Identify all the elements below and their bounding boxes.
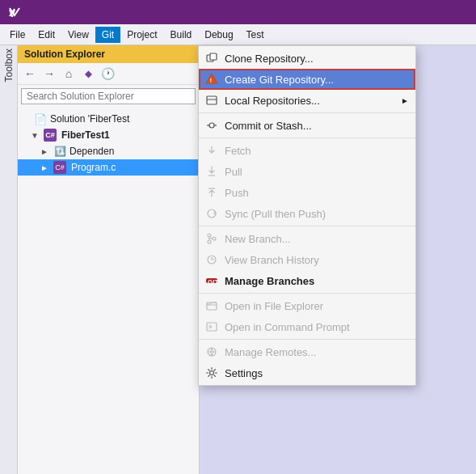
cmd-prompt-label: Open in Command Prompt — [225, 321, 350, 333]
git-create-repo-item[interactable]: ! Create Git Repository... — [199, 69, 415, 90]
manage-branches-icon: GIT — [204, 273, 220, 289]
manage-remotes-label: Manage Remotes... — [225, 346, 316, 358]
git-menu-section-4: New Branch... View Branch History GIT — [199, 226, 415, 293]
new-branch-label: New Branch... — [225, 233, 291, 245]
push-label: Push — [225, 187, 249, 199]
git-pull-item: Pull — [199, 161, 415, 182]
expand-arrow-prog: ► — [40, 163, 53, 172]
svg-text:V: V — [9, 8, 15, 19]
menu-test[interactable]: Test — [240, 27, 271, 43]
vs-logo-icon: V — [6, 4, 23, 20]
cs-file-icon: C# — [53, 161, 66, 174]
tree-item-project[interactable]: ▼ C# FiberTest1 — [18, 127, 199, 143]
branch-icon — [204, 231, 220, 247]
sol-fwd-btn[interactable]: → — [40, 65, 58, 83]
svg-point-14 — [208, 240, 211, 243]
git-local-repos-item[interactable]: Local Repositories... ► — [199, 90, 415, 111]
git-manage-branches-item[interactable]: GIT Manage Branches — [199, 270, 415, 291]
dependencies-label: Dependen — [70, 146, 114, 157]
sol-vs-btn[interactable]: ◆ — [79, 65, 97, 83]
svg-point-15 — [213, 237, 216, 240]
svg-point-13 — [208, 234, 211, 237]
dependencies-icon: 🔃 — [53, 145, 66, 158]
svg-rect-6 — [207, 96, 217, 104]
sol-back-btn[interactable]: ← — [21, 65, 39, 83]
pull-label: Pull — [225, 166, 242, 178]
program-label: Program.c — [71, 162, 116, 173]
solution-tree: 📄 Solution 'FiberTest ▼ C# FiberTest1 ► … — [18, 108, 199, 474]
git-fetch-item: Fetch — [199, 140, 415, 161]
svg-point-8 — [209, 123, 214, 128]
history-icon — [204, 252, 220, 268]
commit-label: Commit or Stash... — [225, 120, 312, 132]
sol-history-btn[interactable]: 🕐 — [99, 65, 116, 83]
tree-item-program[interactable]: ► C# Program.c — [18, 159, 199, 176]
git-clone-item[interactable]: Clone Repository... — [199, 48, 415, 69]
solution-label: Solution 'FiberTest — [50, 113, 129, 125]
solution-search-input[interactable] — [21, 88, 196, 104]
menu-bar: File Edit View Git Project Build Debug T… — [0, 24, 476, 45]
git-file-explorer-item: Open in File Explorer — [199, 295, 415, 316]
menu-project[interactable]: Project — [120, 27, 163, 43]
git-new-branch-item: New Branch... — [199, 228, 415, 249]
tree-item-solution[interactable]: 📄 Solution 'FiberTest — [18, 111, 199, 127]
svg-rect-3 — [210, 53, 217, 60]
sol-home-btn[interactable]: ⌂ — [60, 65, 78, 83]
git-sync-item: Sync (Pull then Push) — [199, 203, 415, 224]
clone-label: Clone Repository... — [225, 53, 314, 65]
toolbox-sidebar[interactable]: Toolbox — [0, 45, 18, 474]
tree-item-dependencies[interactable]: ► 🔃 Dependen — [18, 143, 199, 159]
branch-history-label: View Branch History — [225, 254, 319, 266]
solution-explorer-header: Solution Explorer — [18, 45, 199, 63]
menu-view[interactable]: View — [61, 27, 95, 43]
clone-icon — [204, 50, 220, 66]
pull-icon — [204, 163, 220, 180]
expand-arrow-project: ▼ — [31, 131, 44, 140]
svg-point-24 — [210, 371, 214, 375]
git-settings-item[interactable]: Settings — [199, 362, 415, 383]
sync-label: Sync (Pull then Push) — [225, 208, 326, 220]
commit-icon — [204, 117, 220, 133]
push-icon — [204, 184, 220, 201]
menu-edit[interactable]: Edit — [32, 27, 61, 43]
create-repo-label: Create Git Repository... — [225, 74, 334, 86]
git-menu-section-1: Clone Repository... ! Create Git Reposit… — [199, 46, 415, 112]
menu-file[interactable]: File — [3, 27, 32, 43]
svg-rect-20 — [207, 303, 217, 310]
manage-remotes-icon — [204, 344, 220, 360]
git-menu-section-3: Fetch Pull Push — [199, 138, 415, 226]
git-manage-remotes-item: Manage Remotes... — [199, 341, 415, 362]
file-explorer-label: Open in File Explorer — [225, 300, 323, 312]
local-repos-icon — [204, 92, 220, 108]
file-explorer-icon — [204, 298, 220, 314]
menu-git[interactable]: Git — [95, 27, 120, 43]
git-menu-section-5: Open in File Explorer Open in Command Pr… — [199, 293, 415, 339]
local-repos-arrow: ► — [401, 96, 409, 105]
expand-arrow-dep: ► — [40, 147, 53, 156]
fetch-label: Fetch — [225, 145, 251, 157]
git-cmd-prompt-item: Open in Command Prompt — [199, 316, 415, 337]
menu-build[interactable]: Build — [164, 27, 199, 43]
cmd-prompt-icon — [204, 319, 220, 335]
csharp-project-icon: C# — [44, 129, 57, 142]
solution-icon: 📄 — [34, 112, 47, 125]
git-dropdown-menu: Clone Repository... ! Create Git Reposit… — [198, 45, 416, 386]
title-bar: V — [0, 0, 476, 24]
git-commit-item[interactable]: Commit or Stash... — [199, 115, 415, 136]
toolbox-label: Toolbox — [3, 49, 15, 82]
settings-label: Settings — [225, 367, 263, 379]
git-branch-history-item: View Branch History — [199, 249, 415, 270]
svg-text:GIT: GIT — [208, 278, 218, 286]
git-menu-section-6: Manage Remotes... Settings — [199, 339, 415, 385]
git-repo-icon: ! — [204, 71, 220, 87]
sync-icon — [204, 205, 220, 222]
svg-text:!: ! — [210, 77, 213, 84]
fetch-icon — [204, 142, 220, 159]
project-label: FiberTest1 — [61, 129, 110, 141]
menu-debug[interactable]: Debug — [198, 27, 239, 43]
manage-branches-label: Manage Branches — [225, 275, 314, 287]
solution-explorer-panel: Solution Explorer ← → ⌂ ◆ 🕐 📄 Solution '… — [18, 45, 200, 474]
git-menu-section-2: Commit or Stash... — [199, 112, 415, 138]
settings-icon — [204, 365, 220, 381]
solution-toolbar: ← → ⌂ ◆ 🕐 — [18, 63, 199, 85]
